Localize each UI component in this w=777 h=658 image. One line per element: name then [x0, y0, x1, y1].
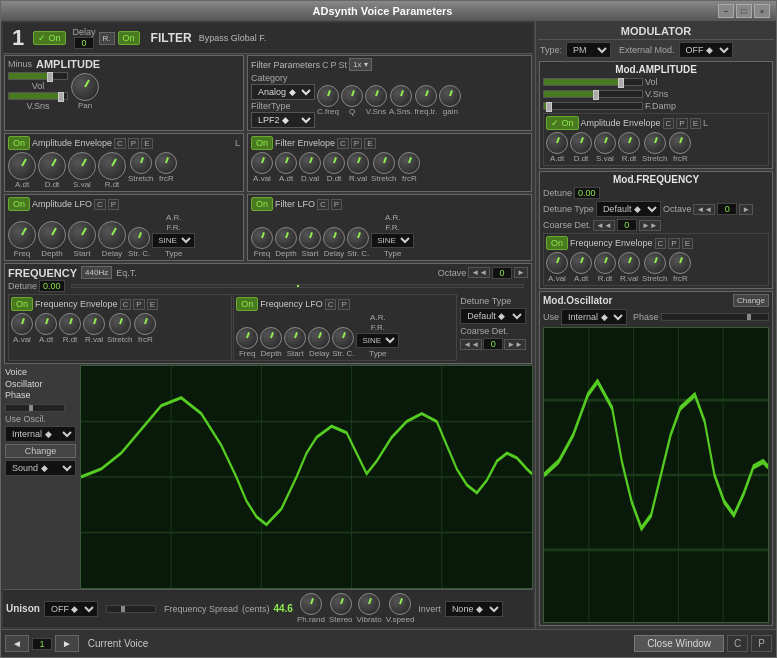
- vibrato-knob[interactable]: [358, 593, 380, 615]
- sound-select[interactable]: Sound ◆: [5, 460, 76, 476]
- freqtr-knob[interactable]: [415, 85, 437, 107]
- amp-env-on-button[interactable]: On: [8, 136, 30, 150]
- filter-lfo-start-knob[interactable]: [299, 227, 321, 249]
- mod-freq-env-on-button[interactable]: On: [546, 236, 568, 250]
- mod-phase-slider[interactable]: [661, 313, 769, 321]
- ext-mod-select[interactable]: OFF ◆: [679, 42, 733, 58]
- amp-lfo-type-select[interactable]: SINE: [152, 233, 195, 248]
- filter-env-p-button[interactable]: P: [351, 138, 362, 149]
- amp-env-stretch-knob[interactable]: [130, 152, 152, 174]
- freq-env-p-button[interactable]: P: [133, 299, 144, 310]
- mod-fdamp-slider[interactable]: [543, 102, 643, 110]
- freq-lfo-strc-knob[interactable]: [332, 327, 354, 349]
- mod-freq-env-stretch-knob[interactable]: [644, 252, 666, 274]
- category-select[interactable]: Analog ◆: [251, 84, 315, 100]
- mod-freq-env-frcr-knob[interactable]: [669, 252, 691, 274]
- amp-lfo-strc-knob[interactable]: [128, 227, 150, 249]
- q-knob[interactable]: [341, 85, 363, 107]
- filter-lfo-strc-knob[interactable]: [347, 227, 369, 249]
- mod-detune-type-select[interactable]: Default ◆: [596, 201, 661, 217]
- freq-env-frcr-knob[interactable]: [134, 313, 156, 335]
- mod-amp-env-c-button[interactable]: C: [663, 118, 675, 129]
- stereo-knob[interactable]: [330, 593, 352, 615]
- mod-freq-env-rval-knob[interactable]: [618, 252, 640, 274]
- filter-env-adt-knob[interactable]: [275, 152, 297, 174]
- mod-freq-env-e-button[interactable]: E: [682, 238, 693, 249]
- mod-octave-down-button[interactable]: ◄◄: [693, 204, 715, 215]
- mod-amp-env-frcr-knob[interactable]: [669, 132, 691, 154]
- filter-lfo-type-select[interactable]: SINE: [371, 233, 414, 248]
- mod-vsns-slider[interactable]: [543, 90, 643, 98]
- 1x-button[interactable]: 1x ▾: [349, 58, 372, 71]
- amp-env-e-button[interactable]: E: [141, 138, 152, 149]
- freq-lfo-c-button[interactable]: C: [325, 299, 337, 310]
- filter-lfo-depth-knob[interactable]: [275, 227, 297, 249]
- mod-osc-change-button[interactable]: Change: [733, 294, 769, 307]
- mod-amp-env-stretch-knob[interactable]: [644, 132, 666, 154]
- mod-freq-env-aval-knob[interactable]: [546, 252, 568, 274]
- amp-env-sval-knob[interactable]: [68, 152, 96, 180]
- mod-coarse-up-button[interactable]: ►►: [639, 220, 661, 231]
- freq-env-adt-knob[interactable]: [35, 313, 57, 335]
- maximize-button[interactable]: □: [736, 4, 752, 18]
- mod-amp-env-rdt-knob[interactable]: [618, 132, 640, 154]
- mod-amp-env-ddt-knob[interactable]: [570, 132, 592, 154]
- filter-lfo-delay-knob[interactable]: [323, 227, 345, 249]
- prev-voice-button[interactable]: ◄: [5, 635, 29, 652]
- change-button[interactable]: Change: [5, 444, 76, 458]
- unison-select[interactable]: OFF ◆: [44, 601, 98, 617]
- filter-env-aval-knob[interactable]: [251, 152, 273, 174]
- freq-env-rval-knob[interactable]: [83, 313, 105, 335]
- mod-freq-env-c-button[interactable]: C: [655, 238, 667, 249]
- filter-env-dval-knob[interactable]: [299, 152, 321, 174]
- osc-phase-slider[interactable]: [5, 404, 65, 412]
- r-button[interactable]: R.: [99, 32, 115, 45]
- invert-select[interactable]: None ◆: [445, 601, 503, 617]
- vol-slider[interactable]: [8, 72, 68, 80]
- freq-env-stretch-knob[interactable]: [109, 313, 131, 335]
- vsns-slider[interactable]: [8, 92, 68, 100]
- filter-env-stretch-knob[interactable]: [373, 152, 395, 174]
- mod-amp-env-adt-knob[interactable]: [546, 132, 568, 154]
- mod-amp-env-p-button[interactable]: P: [676, 118, 687, 129]
- detune-type-select[interactable]: Default ◆: [460, 308, 526, 324]
- phrand-knob[interactable]: [300, 593, 322, 615]
- freq-lfo-depth-knob[interactable]: [260, 327, 282, 349]
- amp-lfo-depth-knob[interactable]: [38, 221, 66, 249]
- amp-env-rdt-knob[interactable]: [98, 152, 126, 180]
- filter-env-on-button[interactable]: On: [251, 136, 273, 150]
- freq-lfo-on-button[interactable]: On: [236, 297, 258, 311]
- amp-env-p-button[interactable]: P: [128, 138, 139, 149]
- vspeed-knob[interactable]: [389, 593, 411, 615]
- next-voice-button[interactable]: ►: [55, 635, 79, 652]
- close-window-button[interactable]: Close Window: [634, 635, 724, 652]
- pan-knob[interactable]: [71, 73, 99, 101]
- freq-lfo-p-button[interactable]: P: [338, 299, 349, 310]
- amp-env-c-button[interactable]: C: [114, 138, 126, 149]
- asns-knob[interactable]: [390, 85, 412, 107]
- 440hz-button[interactable]: 440Hz: [81, 266, 112, 279]
- mod-amp-env-sval-knob[interactable]: [594, 132, 616, 154]
- octave-up-button[interactable]: ►: [514, 267, 528, 278]
- filter-env-c-button[interactable]: C: [337, 138, 349, 149]
- amp-lfo-delay-knob[interactable]: [98, 221, 126, 249]
- voice-on-button[interactable]: ✓ On: [33, 31, 66, 45]
- amp-lfo-on-button[interactable]: On: [8, 197, 30, 211]
- filter-on-button[interactable]: On: [118, 31, 140, 45]
- amp-env-ddt-knob[interactable]: [38, 152, 66, 180]
- freq-lfo-type-select[interactable]: SINE: [356, 333, 399, 348]
- octave-down-button[interactable]: ◄◄: [468, 267, 490, 278]
- close-button[interactable]: ×: [754, 4, 770, 18]
- freq-lfo-freq-knob[interactable]: [236, 327, 258, 349]
- amp-lfo-c-button[interactable]: C: [94, 199, 106, 210]
- filter-lfo-c-button[interactable]: C: [317, 199, 329, 210]
- mod-type-select[interactable]: PM: [566, 42, 611, 58]
- cfreq-knob[interactable]: [317, 85, 339, 107]
- use-internal-select[interactable]: Internal ◆: [5, 426, 76, 442]
- coarse-det-up-button[interactable]: ►►: [504, 339, 526, 350]
- filtertype-select[interactable]: LPF2 ◆: [251, 112, 315, 128]
- filter-lfo-freq-knob[interactable]: [251, 227, 273, 249]
- filter-env-rval-knob[interactable]: [347, 152, 369, 174]
- amp-env-frcr-knob[interactable]: [155, 152, 177, 174]
- mod-freq-env-p-button[interactable]: P: [668, 238, 679, 249]
